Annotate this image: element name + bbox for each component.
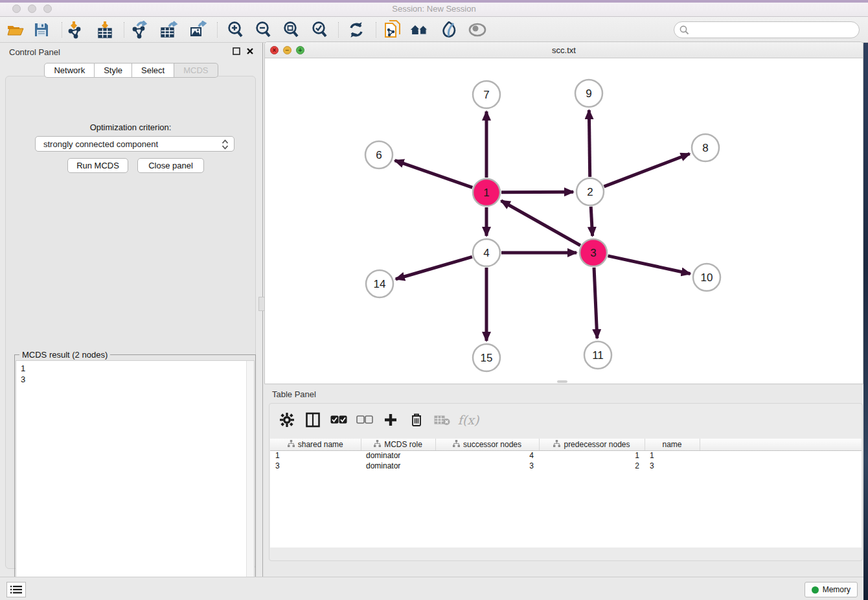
graph-node-10[interactable]: 10 [693,264,720,291]
graph-node-3[interactable]: 3 [580,239,607,266]
table-cell: 1 [270,450,361,461]
table-cell-filler [700,461,862,471]
graph-edge-3-1[interactable] [501,201,580,246]
tab-network[interactable]: Network [44,63,95,78]
graph-node-14[interactable]: 14 [366,270,393,297]
table-cell: 3 [645,461,700,471]
table-cell-filler [700,450,862,461]
graph-node-label: 11 [592,349,604,362]
table-cell: 1 [539,450,645,461]
network-canvas[interactable]: 7968124314101511 [265,58,863,384]
import-network-icon[interactable] [65,21,85,39]
graph-node-2[interactable]: 2 [577,178,604,205]
zoom-selected-icon[interactable] [310,21,329,39]
graph-edge-2-9[interactable] [589,110,589,177]
graph-node-7[interactable]: 7 [473,81,500,108]
graph-edge-4-14[interactable] [396,257,472,279]
result-scrollbar[interactable] [246,361,254,596]
export-table-icon[interactable] [159,21,179,39]
toolbar-separator [217,22,218,38]
export-image-icon[interactable] [188,21,208,39]
task-history-button[interactable] [6,582,26,597]
control-panel: Control Panel NetworkStyleSelectMCDS Opt… [0,43,262,577]
titlebar-accent [0,0,868,3]
function-builder-icon: f(x) [460,411,477,428]
column-header-successor-nodes[interactable]: successor nodes [435,439,539,450]
graph-node-label: 7 [483,89,489,101]
graph-node-8[interactable]: 8 [692,134,719,161]
table-cell: 3 [435,461,539,471]
tab-mcds[interactable]: MCDS [174,63,218,78]
zoom-out-icon[interactable] [253,21,273,39]
graph-edge-1-2[interactable] [501,192,573,192]
close-panel-button[interactable]: Close panel [137,158,204,173]
deselect-all-icon[interactable] [356,411,373,428]
window-titlebar: Session: New Session [0,0,868,17]
mcds-result-textarea[interactable]: 13 [16,360,255,597]
delete-table-icon [434,411,451,428]
float-panel-icon[interactable] [232,47,241,56]
refresh-icon[interactable] [347,21,366,39]
column-header-mcds-role[interactable]: MCDS role [361,439,435,450]
table-cell: 1 [645,450,700,461]
network-from-selection-icon[interactable] [383,21,402,39]
column-header-shared-name[interactable]: shared name [270,439,361,450]
column-header-predecessor-nodes[interactable]: predecessor nodes [539,439,645,450]
graph-edge-1-6[interactable] [395,161,473,188]
graph-node-15[interactable]: 15 [473,344,500,371]
zoom-fit-icon[interactable] [281,21,301,39]
first-neighbors-icon[interactable] [410,21,429,39]
mcds-result-group: MCDS result (2 nodes) 13 [14,354,256,598]
column-label: name [662,440,681,449]
graph-edge-2-8[interactable] [604,154,689,187]
canvas-grip[interactable] [557,380,567,383]
column-header-name[interactable]: name [645,439,700,450]
mcds-result-title: MCDS result (2 nodes) [19,350,110,360]
table-panel: Table Panel f(x) [264,386,863,577]
desktop-background [863,43,868,600]
search-input[interactable] [674,21,860,38]
add-column-icon[interactable] [382,411,399,428]
criterion-dropdown[interactable]: strongly connected component [35,136,234,152]
export-network-icon[interactable] [130,21,150,39]
graph-node-11[interactable]: 11 [584,341,611,369]
graph-node-label: 14 [374,278,386,290]
graph-edge-3-11[interactable] [594,268,597,338]
zoom-in-icon[interactable] [225,21,245,39]
graph-node-label: 3 [590,247,596,259]
graph-node-9[interactable]: 9 [575,80,602,107]
tab-style[interactable]: Style [95,63,132,78]
column-label: successor nodes [463,440,521,449]
table-row[interactable]: 3dominator323 [270,461,862,471]
tab-select[interactable]: Select [132,63,174,78]
graph-node-4[interactable]: 4 [473,239,500,266]
settings-gear-icon[interactable] [279,411,295,428]
open-session-icon[interactable] [6,21,25,39]
table-row[interactable]: 1dominator411 [270,450,862,461]
optimization-criterion-label: Optimization criterion: [6,122,255,132]
graph-node-6[interactable]: 6 [365,141,393,168]
close-panel-icon[interactable] [246,47,255,56]
hide-selected-icon[interactable] [468,21,487,39]
graph-node-label: 8 [702,142,708,154]
control-panel-title: Control Panel [9,47,60,57]
node-table: shared nameMCDS rolesuccessor nodesprede… [270,439,862,548]
network-window-titlebar[interactable]: × − + scc.txt [265,42,863,58]
graph-node-1[interactable]: 1 [473,179,500,206]
column-visibility-icon[interactable] [304,411,321,428]
delete-column-icon[interactable] [408,411,425,428]
run-mcds-button[interactable]: Run MCDS [67,158,128,173]
window-title: Session: New Session [0,4,868,14]
select-all-icon[interactable] [330,411,347,428]
toolbar-separator [338,22,339,38]
graph-edge-3-10[interactable] [608,256,690,274]
graph-edge-2-3[interactable] [591,207,592,236]
hierarchy-icon [553,440,560,449]
import-table-icon[interactable] [95,21,115,39]
style-icon[interactable] [439,21,459,39]
graph-node-label: 9 [586,87,591,100]
memory-button[interactable]: Memory [805,582,858,597]
control-panel-tabs: NetworkStyleSelectMCDS [0,63,262,78]
save-session-icon[interactable] [32,21,51,39]
table-toolbar: f(x) [273,406,477,433]
